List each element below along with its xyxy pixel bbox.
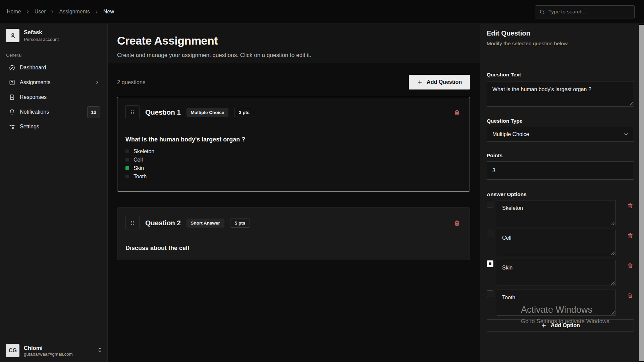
org-switcher[interactable]: Sefask Personal account	[6, 29, 103, 42]
sidebar-item-label: Dashboard	[20, 65, 46, 71]
option-row: Cell	[125, 156, 462, 164]
correct-checkbox[interactable]	[487, 290, 493, 297]
scrollbar-thumb[interactable]	[639, 25, 644, 361]
add-option-button[interactable]: Add Option	[487, 319, 634, 331]
question-type-badge: Multiple Choice	[186, 108, 229, 117]
sidebar-item-label: Responses	[20, 94, 47, 100]
page-header: Create Assignment Create and manage your…	[108, 24, 480, 63]
search-input[interactable]	[548, 9, 630, 15]
answer-option-row: Skeleton	[487, 200, 634, 226]
breadcrumb-new: New	[103, 9, 114, 15]
delete-question-button[interactable]	[452, 108, 462, 117]
notifications-count-badge: 12	[87, 106, 100, 118]
chevron-right-icon	[94, 9, 99, 14]
option-text-input[interactable]: Tooth	[497, 290, 616, 316]
search-icon	[539, 9, 545, 15]
org-type: Personal account	[24, 37, 59, 42]
breadcrumb-user[interactable]: User	[35, 9, 46, 15]
answer-option-row: Cell	[487, 230, 634, 256]
responses-icon	[9, 94, 15, 101]
question-points-badge: 5 pts	[230, 219, 250, 228]
sidebar-item-settings[interactable]: Settings	[6, 119, 103, 134]
question-text-input[interactable]: What is the human body's largest organ ?	[487, 81, 634, 107]
delete-option-button[interactable]	[627, 292, 634, 299]
delete-option-button[interactable]	[627, 202, 634, 209]
trash-icon	[627, 292, 633, 298]
question-text: Discuss about the cell	[125, 245, 462, 252]
sidebar: Sefask Personal account General Dashboar…	[0, 24, 108, 362]
trash-icon	[454, 220, 460, 226]
question-text: What is the human body's largest organ ?	[125, 136, 462, 143]
search-box[interactable]	[535, 5, 635, 18]
sidebar-item-notifications[interactable]: Notifications 12	[6, 105, 103, 119]
trash-icon	[627, 233, 633, 239]
correct-checkbox[interactable]	[487, 201, 493, 207]
sidebar-item-responses[interactable]: Responses	[6, 90, 103, 105]
person-icon	[9, 32, 16, 39]
option-bullet	[125, 175, 129, 178]
drag-handle[interactable]	[125, 216, 140, 230]
user-name: Chlomi	[24, 345, 73, 351]
question-text-label: Question Text	[487, 71, 634, 78]
option-text-input[interactable]: Skin	[497, 260, 616, 286]
points-label: Points	[487, 152, 634, 159]
sidebar-item-dashboard[interactable]: Dashboard	[6, 60, 103, 75]
question-points-badge: 3 pts	[234, 108, 254, 117]
question-type-badge: Short Answer	[186, 219, 224, 228]
question-title: Question 1	[145, 108, 181, 116]
question-type-select[interactable]: Multiple Choice	[487, 127, 634, 142]
question-card-1[interactable]: Question 1 Multiple Choice 3 pts What is…	[117, 97, 470, 192]
user-avatar: CG	[6, 344, 19, 357]
main-content: Create Assignment Create and manage your…	[108, 24, 480, 362]
sidebar-item-assignments[interactable]: Assignments	[6, 75, 103, 90]
chevrons-up-down-icon	[97, 347, 103, 354]
answer-options-list: Skeleton Cell	[487, 200, 634, 316]
user-menu[interactable]: CG Chlomi gutabarwaa@gmail.com	[6, 344, 103, 357]
option-text-input[interactable]: Cell	[497, 230, 616, 256]
option-bullet	[125, 158, 129, 162]
org-name: Sefask	[24, 29, 59, 36]
delete-option-button[interactable]	[627, 232, 634, 239]
option-text-input[interactable]: Skeleton	[497, 200, 616, 226]
answer-option-row: Tooth	[487, 290, 634, 316]
breadcrumb-assignments[interactable]: Assignments	[59, 9, 90, 15]
plus-icon	[417, 79, 423, 85]
answer-option-row: Skin	[487, 260, 634, 286]
delete-option-button[interactable]	[627, 262, 634, 269]
sidebar-item-label: Assignments	[20, 79, 51, 85]
sidebar-item-label: Settings	[20, 124, 39, 130]
breadcrumb: Home User Assignments New	[7, 9, 114, 15]
chevron-down-icon	[623, 131, 629, 137]
trash-icon	[627, 262, 633, 268]
option-row: Skeleton	[125, 147, 462, 156]
sidebar-nav: Dashboard Assignments Responses Notifica…	[6, 60, 103, 134]
scrollbar-track[interactable]	[639, 24, 644, 362]
trash-icon	[627, 203, 633, 209]
divider	[487, 63, 634, 63]
question-type-label: Question Type	[487, 117, 634, 125]
option-row: Skin	[125, 164, 462, 172]
correct-checkbox-checked[interactable]	[487, 260, 493, 267]
question-card-2[interactable]: Question 2 Short Answer 5 pts Discuss ab…	[117, 207, 470, 260]
breadcrumb-home[interactable]: Home	[7, 9, 21, 15]
plus-icon	[541, 322, 547, 328]
answer-options-label: Answer Options	[487, 191, 634, 198]
questions-toolbar: 2 questions Add Question	[117, 75, 470, 89]
sidebar-section-label: General	[6, 52, 103, 58]
add-question-button[interactable]: Add Question	[409, 75, 470, 89]
delete-question-button[interactable]	[452, 219, 462, 228]
assignments-icon	[9, 79, 15, 86]
grip-dots-icon	[129, 220, 136, 226]
points-input[interactable]	[487, 161, 634, 180]
top-bar: Home User Assignments New	[0, 0, 644, 24]
trash-icon	[454, 109, 460, 116]
option-row: Tooth	[125, 172, 462, 181]
option-bullet-correct	[125, 166, 129, 170]
question-count: 2 questions	[117, 79, 145, 85]
drag-handle[interactable]	[125, 105, 140, 119]
edit-question-panel: Edit Question Modify the selected questi…	[480, 24, 639, 362]
chevron-right-icon	[95, 80, 100, 85]
correct-checkbox[interactable]	[487, 231, 493, 237]
sidebar-item-label: Notifications	[20, 109, 49, 115]
sliders-icon	[9, 123, 15, 130]
